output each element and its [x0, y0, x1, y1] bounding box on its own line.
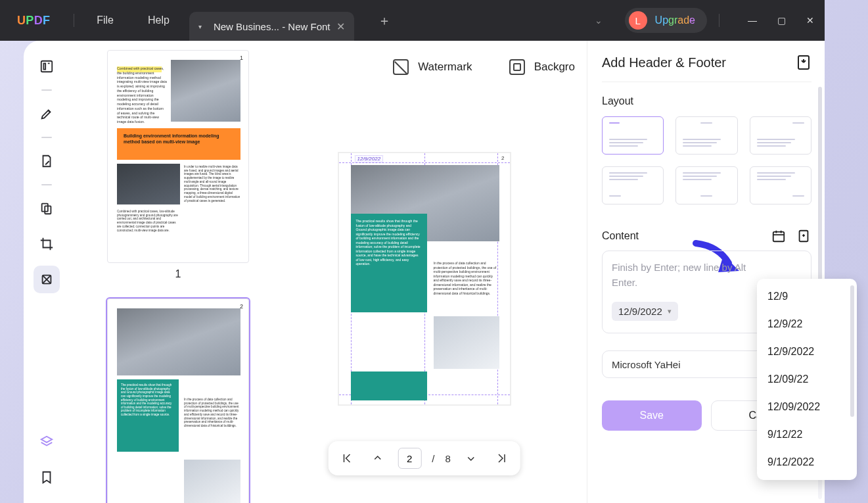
background-label: Backgro [534, 60, 575, 74]
background-icon [509, 59, 525, 75]
page-input[interactable] [398, 448, 421, 469]
document-tab[interactable]: ▾ New Busines... - New Font ✕ [189, 12, 355, 41]
svg-rect-0 [41, 61, 53, 72]
separator [41, 89, 52, 91]
prev-page-button[interactable] [367, 448, 387, 468]
divider [602, 82, 811, 82]
close-window-button[interactable]: ✕ [796, 0, 825, 41]
insert-page-button[interactable] [796, 228, 811, 244]
doc-image [184, 460, 240, 503]
thumbnail-sidebar[interactable]: 1 Combined with practical cases, the bui… [83, 50, 273, 503]
pager: / 8 [328, 441, 520, 475]
date-option[interactable]: 12/09/2022 [757, 393, 857, 421]
layers-icon[interactable] [34, 428, 60, 456]
center-area: Watermark Backgro 2 12/9/2022 The practi… [273, 41, 575, 503]
page-number: 2 [501, 155, 504, 161]
date-option[interactable]: 12/9/22 [757, 310, 857, 338]
tab-strip: ▾ New Busines... - New Font ✕ ＋ [189, 0, 392, 41]
first-page-button[interactable] [337, 448, 357, 468]
close-tab-icon[interactable]: ✕ [336, 20, 345, 33]
main-area: 1 Combined with practical cases, the bui… [24, 41, 825, 503]
dropdown-scrollbar[interactable] [850, 285, 854, 417]
edit-tool-icon[interactable] [34, 147, 60, 175]
svg-rect-5 [773, 232, 785, 242]
date-option[interactable]: 9/12/22 [757, 421, 857, 448]
doc-text: Combined with practical cases, the build… [117, 66, 167, 124]
date-chip[interactable]: 12/9/2022 ▾ [612, 302, 678, 321]
highlight-tool-icon[interactable] [34, 100, 60, 128]
teal-callout: The practical results show that through … [117, 379, 179, 452]
thumbnail-page-2[interactable]: 2 The practical results show that throug… [107, 299, 249, 503]
upgrade-button[interactable]: L Upgrade [625, 8, 707, 33]
window-controls: — ▢ ✕ [738, 0, 825, 41]
page-tools-row: Watermark Backgro [273, 41, 575, 93]
layout-option-5[interactable] [675, 166, 737, 204]
layout-option-1[interactable] [602, 116, 664, 155]
watermark-button[interactable]: Watermark [393, 59, 472, 75]
left-toolbar [32, 53, 62, 491]
bookmark-icon[interactable] [34, 464, 60, 491]
layout-grid [602, 116, 811, 204]
separator [41, 137, 52, 138]
doc-image [117, 308, 240, 375]
thumbnail-label: 1 [83, 268, 273, 280]
font-name-value: Microsoft YaHei [612, 359, 680, 370]
header-preview-field[interactable]: 12/9/2022 [355, 155, 384, 162]
next-page-button[interactable] [461, 448, 481, 468]
reader-tool-icon[interactable] [34, 53, 60, 80]
titlebar: UPDF File Help ▾ New Busines... - New Fo… [0, 0, 825, 41]
user-avatar: L [629, 11, 647, 30]
date-option[interactable]: 12/09/22 [757, 366, 857, 393]
import-template-icon[interactable] [796, 54, 811, 71]
upgrade-label: Upgrade [655, 14, 695, 26]
doc-image [434, 316, 499, 369]
date-format-dropdown: 12/9 12/9/22 12/9/2022 12/09/22 12/09/20… [757, 279, 857, 480]
watermark-label: Watermark [418, 60, 472, 74]
date-chip-value: 12/9/2022 [618, 306, 662, 317]
tab-title: New Busines... - New Font [214, 21, 331, 32]
insert-date-button[interactable] [771, 228, 787, 244]
last-page-button[interactable] [491, 448, 511, 468]
doc-text: In the process of data collection and pr… [184, 398, 240, 428]
page-total: 8 [445, 453, 450, 464]
doc-image [171, 60, 240, 122]
chevron-down-icon: ▾ [668, 307, 672, 316]
new-tab-button[interactable]: ＋ [378, 12, 391, 30]
menu-file[interactable]: File [97, 14, 114, 26]
tab-dropdown-icon[interactable]: ▾ [198, 23, 202, 30]
titlebar-right: ⌄ L Upgrade — ▢ ✕ [595, 0, 825, 41]
doc-text: In the process of data collection and pr… [434, 261, 499, 295]
titlebar-dropdown-icon[interactable]: ⌄ [595, 15, 603, 26]
content-section-label: Content [602, 230, 639, 242]
teal-block [351, 371, 427, 400]
page-tools-icon[interactable] [34, 266, 60, 293]
app-body: 1 Combined with practical cases, the bui… [0, 41, 825, 503]
minimize-button[interactable]: — [738, 0, 767, 41]
crop-tool-icon[interactable] [34, 230, 60, 258]
layout-option-4[interactable] [602, 166, 664, 204]
save-button[interactable]: Save [602, 400, 702, 431]
layout-option-2[interactable] [675, 116, 737, 155]
orange-callout: Building environment information modelin… [117, 128, 240, 160]
menu-help[interactable]: Help [148, 14, 170, 26]
layout-option-3[interactable] [750, 116, 811, 155]
teal-callout: The practical results show that through … [351, 214, 427, 312]
thumbnail-page-1[interactable]: 1 Combined with practical cases, the bui… [107, 50, 249, 263]
menu-bar: File Help [97, 14, 170, 26]
page-preview[interactable]: 2 12/9/2022 The practical results show t… [338, 153, 511, 405]
date-option[interactable]: 12/9/2022 [757, 338, 857, 366]
organize-tool-icon[interactable] [34, 195, 60, 222]
doc-image [117, 164, 180, 204]
layout-option-6[interactable] [750, 166, 811, 204]
page-separator: / [432, 453, 434, 464]
watermark-icon [393, 59, 409, 75]
app-logo: UPDF [0, 14, 67, 28]
date-option[interactable]: 12/9 [757, 283, 857, 310]
maximize-button[interactable]: ▢ [767, 0, 796, 41]
separator [41, 184, 52, 185]
date-option[interactable]: 9/12/2022 [757, 448, 857, 476]
margin-guide [339, 162, 510, 163]
background-button[interactable]: Backgro [509, 59, 575, 75]
divider [719, 14, 720, 27]
divider [74, 14, 74, 27]
